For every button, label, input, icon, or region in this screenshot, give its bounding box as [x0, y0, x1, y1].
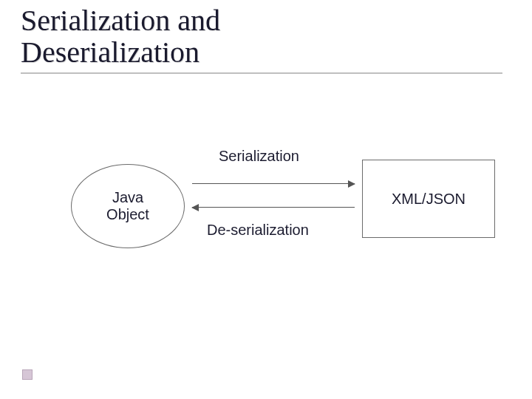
title-line-1: Serialization and [21, 4, 220, 37]
arrow-deserialization [192, 207, 355, 208]
label-deserialization: De-serialization [207, 222, 309, 239]
arrow-serialization [192, 183, 355, 184]
title-line-2: Deserialization [21, 35, 200, 69]
slide: Serialization and Deserialization Java O… [0, 0, 532, 399]
node-java-object: Java Object [71, 164, 185, 248]
node-xml-json-label: XML/JSON [392, 191, 466, 208]
label-serialization: Serialization [219, 148, 299, 165]
slide-title: Serialization and Deserialization [21, 4, 331, 72]
node-java-object-label: Java Object [106, 189, 149, 223]
node-xml-json: XML/JSON [362, 160, 495, 238]
accent-square-icon [22, 369, 33, 380]
title-underline [21, 72, 502, 74]
